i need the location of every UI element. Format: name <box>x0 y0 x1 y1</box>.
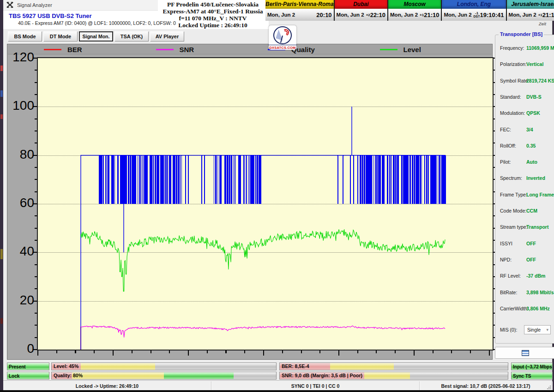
quality-trace <box>81 107 446 350</box>
clock-city: London, Eng <box>442 0 506 9</box>
desktop-speck <box>0 65 3 71</box>
logo-text: DXSATCS.COM <box>268 45 296 50</box>
tab-av-player[interactable]: AV Player <box>150 31 184 42</box>
ber-bar: BER: 8,5E-4 <box>279 362 508 370</box>
note-line: Express-AM7 at 40°E_Fixed-1 Russia <box>157 8 269 15</box>
resize-grip[interactable] <box>547 385 551 390</box>
y-tick-label: 0 <box>8 342 34 356</box>
snr-trace <box>81 326 445 338</box>
y-tick-label: 20 <box>8 293 34 307</box>
clock-time-row: Mon, Jun 2-1DST19:10:41 <box>442 9 506 21</box>
transponder-label: ISSYI <box>500 241 512 246</box>
tuner-name: TBS 5927 USB DVB-S2 Tuner <box>9 12 92 19</box>
title-bar: Signal Analyzer <box>3 0 158 11</box>
y-tick-label: 120 <box>8 50 34 64</box>
bar-segment-yellow <box>72 372 164 379</box>
mis-selected-value: Single <box>527 327 541 333</box>
transponder-label: FEC: <box>500 127 511 132</box>
status-sync-counters: SYNC 0 | TEI 0 | CC 0 <box>211 381 420 391</box>
status-row-2: Lock Quality: 80% SNR: 9,0 dB (Margin: 3… <box>3 372 552 380</box>
level-trace <box>81 229 445 291</box>
bar-label: BER: 8,5E-4 <box>282 363 309 370</box>
tab-bs-mode[interactable]: BS Mode <box>8 31 42 42</box>
clock-berlin-paris-vienna-roma: Berlin-Paris-Vienna-RomaMon, Jun 220:10 <box>265 0 335 21</box>
transponder-groupbox: Transponder [BS] Frequency:11069,959 MHz… <box>495 35 554 344</box>
transponder-row: BitRate:3,898 Mbit/s <box>495 288 554 297</box>
clock-date: Mon, Jun 2 <box>337 12 364 18</box>
transponder-row: Spectrum:Inverted <box>495 173 554 183</box>
sync-ts-badge: Sync TS <box>511 372 553 380</box>
status-bar: Locked -> Uptime: 26:49:10 SYNC 0 | TEI … <box>3 381 552 391</box>
transponder-value: -37 dBm <box>526 273 545 279</box>
status-best-signal: Best signal: 10,7 dB (2025-06-02 13:17) <box>420 381 552 391</box>
transponder-row: Polarization:Vertical <box>495 59 554 69</box>
mode-tab-bar: BS ModeDT ModeSignal Mon.TSA (OK)AV Play… <box>8 31 184 42</box>
transponder-label: Stream type: <box>500 224 528 230</box>
y-tick-label: 80 <box>8 148 34 161</box>
bar-label: SNR: 9,0 dB (Margin: 3,5 dB | Poor) <box>282 372 362 379</box>
bar-label: Level: 45% <box>54 363 78 370</box>
note-line: Locked Uptime : 26:49:10 <box>157 22 269 29</box>
y-tick-label: 100 <box>8 99 34 113</box>
app-window: Signal Analyzer TBS 5927 USB DVB-S2 Tune… <box>3 0 553 390</box>
mis-label: MIS (0): <box>500 327 517 333</box>
y-tick-label: 40 <box>8 244 34 258</box>
transponder-value: CCM <box>526 208 537 214</box>
transponder-label: Spectrum: <box>500 175 522 181</box>
clock-offset-value: -1 <box>475 12 478 15</box>
clock-date: Mon, Jun 2 <box>390 12 418 18</box>
desktop-speck <box>0 114 3 119</box>
transponder-label: Modulation: <box>500 110 525 116</box>
bar-segment-yellow <box>364 372 410 379</box>
legend-item-level: Level <box>380 46 492 53</box>
transponder-label: Standard: <box>500 94 521 100</box>
level-bar: Level: 45% <box>51 362 277 370</box>
clock-offset: -1DST <box>474 12 480 18</box>
transponder-row: RollOff:0.35 <box>495 141 554 150</box>
clock-date: Mon, Jun 2 <box>509 12 536 18</box>
signal-chart-panel: BERSNRQualityLevel 020406080100120 <box>7 44 493 360</box>
chart-legend: BERSNRQualityLevel <box>8 45 492 54</box>
legend-line-sample <box>380 49 397 50</box>
clock-offset: +1 <box>538 13 542 17</box>
transponder-value: Long Frame <box>526 192 554 197</box>
note-line: f=11 070 MHz_V : NNTV <box>157 15 269 22</box>
quality-stripes <box>99 155 446 204</box>
transponder-value: QPSK <box>526 110 540 116</box>
transponder-value: Auto <box>526 159 537 165</box>
clock-offset-value: +2 <box>366 13 370 17</box>
transponder-value: 11069,959 MHz <box>526 45 554 51</box>
y-axis-ticks-left <box>33 58 37 350</box>
clock-date: Mon, Jun 2 <box>267 12 295 18</box>
app-icon <box>6 2 13 8</box>
transponder-label: BitRate: <box>500 290 517 295</box>
transponder-value: Transport <box>526 224 548 230</box>
clock-offset: +2 <box>366 13 370 17</box>
clock-time: 21:10 <box>542 12 554 18</box>
clock-offset-value: +1 <box>538 13 542 17</box>
desktop: { "window": { "title": "Signal Analyzer"… <box>0 0 554 392</box>
tab-tsa-ok-[interactable]: TSA (OK) <box>114 31 149 42</box>
transponder-row: Stream type:Transport <box>495 222 554 232</box>
clock-date: Mon, Jun 2 <box>444 12 471 18</box>
clock-dubai: DubaiMon, Jun 2+222:10 <box>335 0 388 21</box>
transponder-value: 2819,724 KS/s <box>526 78 554 83</box>
legend-line-sample <box>156 49 174 50</box>
transport-info-button[interactable] <box>495 347 554 359</box>
clock-london-eng: London, EngMon, Jun 2-1DST19:10:41 <box>442 0 506 21</box>
plot-area <box>37 57 494 350</box>
clock-city: Jerusalem-Israel <box>507 0 554 9</box>
tab-dt-mode[interactable]: DT Mode <box>43 31 78 42</box>
header-notes: PF Prodelin 450/Lučenec-Slovakia Express… <box>157 1 269 29</box>
transponder-value: 3,898 Mbit/s <box>526 290 554 295</box>
bar-label: Quality: 80% <box>54 372 83 379</box>
world-clock-panel: Berlin-Paris-Vienna-RomaMon, Jun 220:10D… <box>265 0 554 21</box>
mis-select[interactable]: Single ▾ <box>524 325 551 334</box>
bar-segment-yellow <box>81 363 155 370</box>
transponder-value: DVB-S <box>526 94 542 100</box>
clock-time-row: Mon, Jun 220:10 <box>265 9 334 21</box>
clock-time: 22:10 <box>370 12 385 18</box>
mis-row: MIS (0): Single ▾ <box>495 325 554 335</box>
legend-label: SNR <box>180 46 194 53</box>
tab-signal-mon-[interactable]: Signal Mon. <box>79 31 113 42</box>
